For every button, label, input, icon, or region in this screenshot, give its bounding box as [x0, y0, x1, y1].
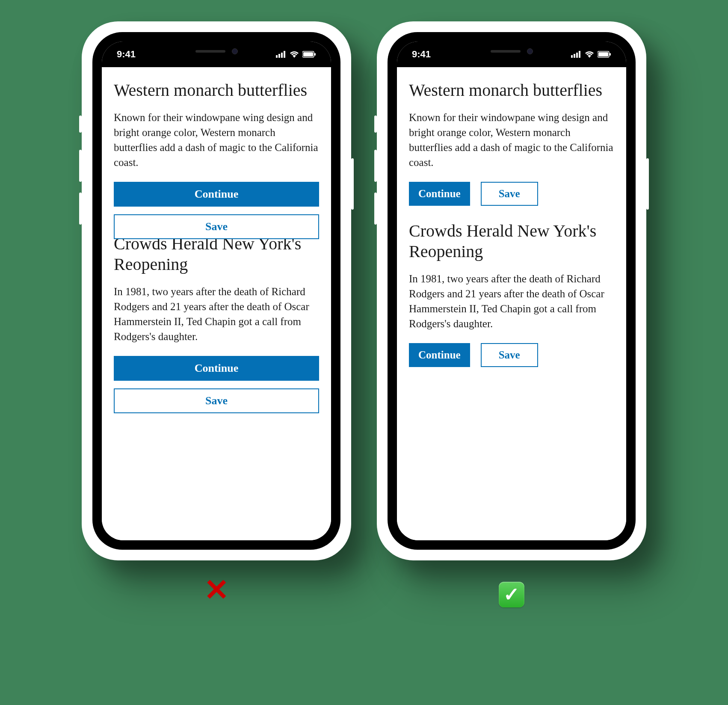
save-button[interactable]: Save: [481, 343, 538, 367]
volume-up-button: [374, 150, 377, 182]
wifi-icon: [585, 51, 594, 58]
volume-down-button: [374, 193, 377, 225]
svg-rect-2: [281, 53, 283, 58]
continue-button[interactable]: Continue: [409, 182, 470, 206]
svg-rect-9: [576, 53, 578, 58]
continue-button[interactable]: Continue: [114, 182, 319, 207]
article-card: Crowds Herald New York's Reopening In 19…: [114, 234, 319, 413]
svg-rect-8: [574, 54, 575, 58]
svg-rect-10: [579, 51, 580, 58]
article-title: Western monarch butterflies: [409, 80, 614, 101]
svg-rect-5: [303, 52, 313, 56]
article-card: Western monarch butterflies Known for th…: [114, 80, 319, 239]
continue-button[interactable]: Continue: [409, 343, 470, 367]
article-title: Crowds Herald New York's Reopening: [114, 234, 319, 275]
status-time: 9:41: [117, 49, 136, 60]
svg-rect-6: [314, 53, 316, 56]
article-title: Crowds Herald New York's Reopening: [409, 221, 614, 262]
phone-notch: [452, 41, 571, 61]
article-card: Western monarch butterflies Known for th…: [409, 80, 614, 206]
screen-content: Western monarch butterflies Known for th…: [102, 67, 331, 540]
svg-rect-12: [598, 52, 608, 56]
mute-switch: [79, 116, 82, 133]
speaker-grille: [491, 50, 521, 53]
front-camera: [527, 48, 533, 54]
signal-icon: [276, 51, 286, 58]
wifi-icon: [290, 51, 299, 58]
save-button[interactable]: Save: [114, 388, 319, 413]
article-body: In 1981, two years after the death of Ri…: [409, 271, 614, 331]
incorrect-icon: ✕: [204, 572, 229, 607]
status-time: 9:41: [412, 49, 431, 60]
svg-rect-0: [276, 55, 278, 58]
article-title: Western monarch butterflies: [114, 80, 319, 101]
signal-icon: [571, 51, 581, 58]
power-button: [646, 158, 649, 210]
svg-rect-1: [278, 54, 280, 58]
battery-icon: [598, 51, 611, 58]
phone-mockup-good: 9:41: [377, 21, 646, 560]
phone-notch: [157, 41, 276, 61]
save-button[interactable]: Save: [481, 182, 538, 206]
svg-rect-7: [571, 55, 573, 58]
article-body: Known for their windowpane wing design a…: [114, 110, 319, 170]
mute-switch: [374, 116, 377, 133]
volume-down-button: [79, 193, 82, 225]
article-card: Crowds Herald New York's Reopening In 19…: [409, 221, 614, 367]
continue-button[interactable]: Continue: [114, 356, 319, 381]
phone-mockup-bad: 9:41: [82, 21, 351, 560]
save-button[interactable]: Save: [114, 214, 319, 239]
front-camera: [232, 48, 238, 54]
svg-rect-13: [610, 53, 611, 56]
article-body: Known for their windowpane wing design a…: [409, 110, 614, 170]
screen-content: Western monarch butterflies Known for th…: [397, 67, 626, 540]
correct-icon: ✓: [499, 578, 524, 607]
volume-up-button: [79, 150, 82, 182]
svg-rect-3: [284, 51, 285, 58]
speaker-grille: [195, 50, 225, 53]
battery-icon: [302, 51, 316, 58]
article-body: In 1981, two years after the death of Ri…: [114, 284, 319, 344]
power-button: [351, 158, 354, 210]
